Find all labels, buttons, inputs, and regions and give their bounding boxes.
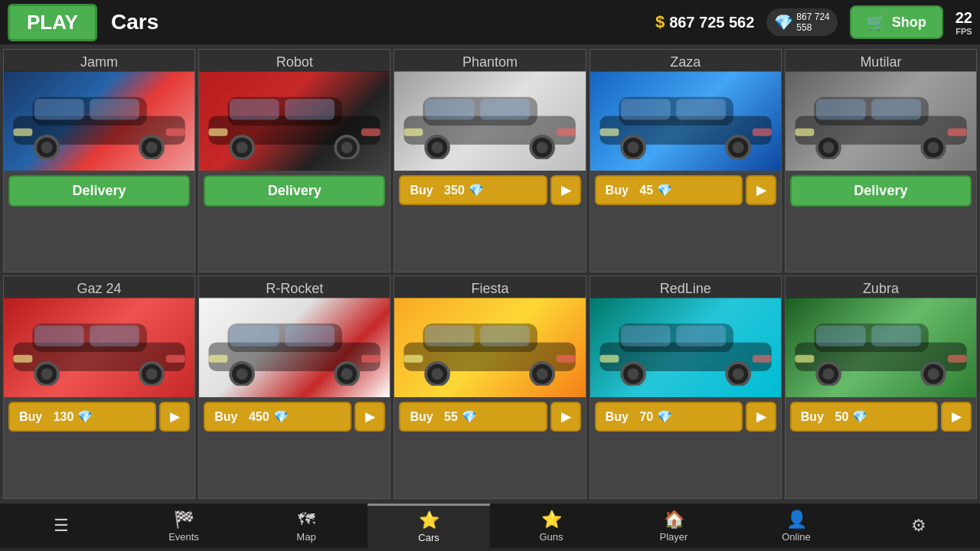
car-actions-mutilar: Delivery bbox=[786, 171, 976, 211]
bottom-nav: ☰🏁Events🗺Map⭐Cars⭐Guns🏠Player👤Online⚙ bbox=[0, 502, 980, 548]
video-button-redline[interactable]: ▶ bbox=[746, 402, 776, 432]
price-fiesta: 55 bbox=[444, 410, 458, 424]
nav-item-map[interactable]: 🗺Map bbox=[245, 504, 368, 548]
car-name-fiesta: Fiesta bbox=[394, 276, 585, 298]
svg-rect-6 bbox=[34, 99, 84, 119]
nav-label-guns: Guns bbox=[539, 531, 563, 543]
gems-top: 867 724 bbox=[796, 11, 829, 22]
car-card-fiesta: Fiesta Buy 55💎▶ bbox=[394, 276, 586, 499]
car-actions-rrocket: Buy 450💎▶ bbox=[199, 397, 390, 436]
svg-rect-17 bbox=[285, 99, 335, 119]
svg-point-15 bbox=[341, 142, 353, 153]
car-card-robot: Robot Delivery bbox=[198, 49, 390, 272]
car-card-zubra: Zubra Buy 50💎▶ bbox=[785, 276, 977, 499]
video-button-rrocket[interactable]: ▶ bbox=[354, 402, 385, 432]
nav-item-settings[interactable]: ⚙ bbox=[858, 504, 980, 548]
svg-rect-88 bbox=[599, 355, 619, 363]
car-name-robot: Robot bbox=[199, 50, 390, 72]
svg-rect-8 bbox=[13, 129, 32, 136]
nav-item-online[interactable]: 👤Online bbox=[735, 504, 858, 548]
svg-rect-27 bbox=[481, 99, 531, 119]
svg-point-33 bbox=[627, 142, 639, 153]
car-card-redline: RedLine Buy 70💎▶ bbox=[590, 276, 782, 499]
car-svg-redline bbox=[590, 309, 781, 386]
car-name-mutilar: Mutilar bbox=[786, 50, 976, 72]
delivery-button-mutilar[interactable]: Delivery bbox=[790, 175, 972, 207]
svg-rect-7 bbox=[90, 99, 139, 119]
gems-bottom: 558 bbox=[796, 22, 829, 33]
nav-label-player: Player bbox=[660, 531, 688, 543]
car-grid: Jamm DeliveryRobot DeliveryPhantom Buy 3… bbox=[0, 46, 980, 502]
shop-button[interactable]: 🛒 Shop bbox=[850, 5, 943, 39]
price-rrocket: 450 bbox=[249, 410, 270, 424]
header: PLAY Cars $ 867 725 562 💎 867 724 558 🛒 … bbox=[0, 0, 980, 46]
video-button-fiesta[interactable]: ▶ bbox=[550, 402, 581, 432]
svg-rect-78 bbox=[404, 355, 423, 363]
play-button[interactable]: PLAY bbox=[8, 4, 97, 41]
buy-button-zaza[interactable]: Buy 45💎 bbox=[595, 175, 743, 205]
svg-rect-89 bbox=[752, 355, 771, 363]
svg-rect-86 bbox=[620, 325, 670, 346]
buy-button-redline[interactable]: Buy 70💎 bbox=[595, 402, 743, 432]
nav-icon-player: 🏠 bbox=[664, 510, 684, 530]
car-actions-zaza: Buy 45💎▶ bbox=[590, 171, 781, 210]
car-name-phantom: Phantom bbox=[394, 50, 585, 72]
nav-label-cars: Cars bbox=[418, 532, 439, 543]
svg-rect-36 bbox=[620, 99, 670, 119]
buy-button-fiesta[interactable]: Buy 55💎 bbox=[399, 402, 547, 432]
buy-button-phantom[interactable]: Buy 350💎 bbox=[399, 175, 547, 205]
car-svg-zaza bbox=[590, 83, 781, 159]
video-icon-gaz24: ▶ bbox=[170, 409, 179, 424]
svg-rect-66 bbox=[230, 325, 279, 346]
video-button-zaza[interactable]: ▶ bbox=[746, 175, 776, 205]
svg-rect-19 bbox=[361, 129, 381, 136]
gem-icon-gaz24: 💎 bbox=[77, 409, 93, 424]
car-image-rrocket bbox=[199, 298, 390, 397]
nav-item-menu[interactable]: ☰ bbox=[0, 504, 122, 548]
nav-item-cars[interactable]: ⭐Cars bbox=[368, 504, 490, 548]
video-button-gaz24[interactable]: ▶ bbox=[159, 402, 190, 432]
svg-rect-9 bbox=[166, 129, 185, 136]
svg-rect-69 bbox=[361, 355, 381, 363]
nav-icon-map: 🗺 bbox=[298, 510, 315, 530]
dollar-icon: $ bbox=[655, 12, 665, 32]
delivery-button-robot[interactable]: Delivery bbox=[204, 175, 385, 207]
svg-rect-37 bbox=[676, 99, 726, 119]
buy-button-zubra[interactable]: Buy 50💎 bbox=[790, 402, 938, 432]
car-actions-jamm: Delivery bbox=[4, 171, 194, 211]
svg-rect-77 bbox=[481, 325, 531, 346]
video-icon-zubra: ▶ bbox=[952, 409, 961, 424]
nav-label-online: Online bbox=[782, 531, 811, 543]
car-svg-zubra bbox=[786, 309, 976, 386]
svg-rect-79 bbox=[557, 355, 576, 363]
buy-button-gaz24[interactable]: Buy 130💎 bbox=[8, 402, 156, 432]
svg-rect-68 bbox=[209, 355, 228, 363]
gem-icon-rrocket: 💎 bbox=[273, 409, 289, 424]
svg-rect-29 bbox=[557, 129, 576, 136]
gem-icon: 💎 bbox=[774, 13, 793, 31]
svg-rect-18 bbox=[209, 129, 228, 136]
car-actions-robot: Delivery bbox=[199, 171, 390, 211]
nav-icon-events: 🏁 bbox=[174, 510, 194, 530]
cart-icon: 🛒 bbox=[867, 13, 886, 31]
car-actions-zubra: Buy 50💎▶ bbox=[786, 397, 976, 436]
car-actions-fiesta: Buy 55💎▶ bbox=[394, 397, 585, 436]
car-svg-phantom bbox=[394, 83, 585, 159]
nav-label-events: Events bbox=[168, 531, 199, 543]
nav-item-events[interactable]: 🏁Events bbox=[122, 504, 245, 548]
nav-item-guns[interactable]: ⭐Guns bbox=[490, 504, 612, 548]
svg-rect-96 bbox=[816, 325, 866, 346]
video-button-phantom[interactable]: ▶ bbox=[550, 175, 581, 205]
delivery-button-jamm[interactable]: Delivery bbox=[8, 175, 190, 207]
nav-icon-guns: ⭐ bbox=[541, 510, 562, 530]
nav-item-player[interactable]: 🏠Player bbox=[612, 504, 735, 548]
gem-values: 867 724 558 bbox=[796, 11, 829, 34]
buy-button-rrocket[interactable]: Buy 450💎 bbox=[204, 402, 351, 432]
car-svg-robot bbox=[199, 83, 390, 159]
svg-point-35 bbox=[732, 142, 743, 153]
svg-rect-57 bbox=[90, 325, 139, 346]
car-image-gaz24 bbox=[4, 298, 194, 397]
price-redline: 70 bbox=[639, 410, 653, 424]
video-button-zubra[interactable]: ▶ bbox=[941, 402, 972, 432]
gem-icon-redline: 💎 bbox=[657, 409, 672, 424]
